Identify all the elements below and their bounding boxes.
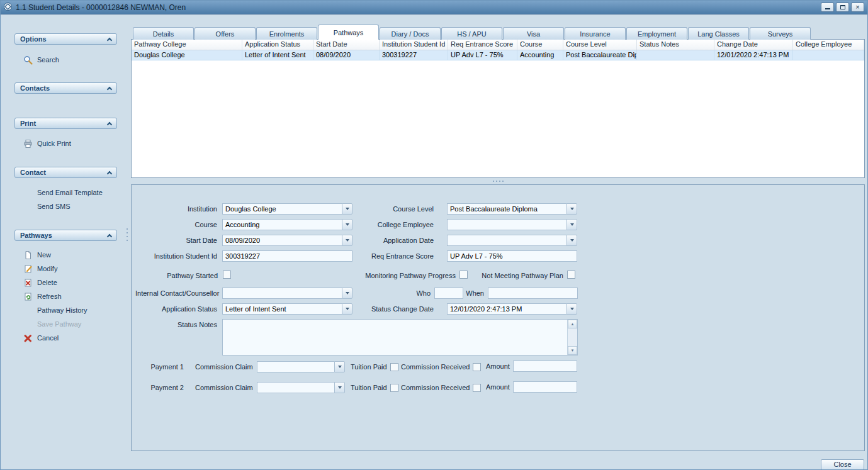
sidebar-group-contacts[interactable]: Contacts: [14, 82, 117, 94]
pathway-started-checkbox[interactable]: [223, 271, 231, 279]
tab-pathways[interactable]: Pathways: [318, 25, 379, 40]
printer-icon: [23, 139, 33, 148]
payment2-tuition-paid-label: Tuition Paid: [351, 384, 387, 391]
sidebar-item-new[interactable]: New: [23, 250, 51, 260]
student-details-window: { "window": { "title": "1.1 Student Deta…: [0, 0, 868, 470]
internal-contact-select[interactable]: [222, 288, 352, 299]
sidebar-group-pathways[interactable]: Pathways: [14, 230, 117, 241]
tab-surveys[interactable]: Surveys: [750, 27, 811, 40]
payment2-commission-received-checkbox[interactable]: [473, 384, 481, 392]
monitoring-pathway-progress-label: Monitoring Pathway Progress: [339, 270, 456, 281]
sidebar-item-delete[interactable]: Delete: [23, 277, 57, 288]
sidebar-item-send-email-template[interactable]: Send Email Template: [37, 187, 103, 198]
chevron-down-icon: [346, 292, 349, 294]
col-header-req-entrance-score[interactable]: Req Entrance Score: [448, 40, 517, 50]
item-label: Quick Print: [37, 140, 71, 147]
close-window-button[interactable]: ×: [851, 3, 864, 12]
institution-student-id-label: Institution Student Id: [135, 250, 217, 262]
horizontal-splitter[interactable]: [131, 179, 865, 184]
col-header-application-status[interactable]: Application Status: [242, 40, 313, 50]
table-row-selected[interactable]: Douglas College Letter of Intent Sent 08…: [132, 50, 864, 60]
col-header-start-date[interactable]: Start Date: [313, 40, 380, 50]
minimize-button[interactable]: [821, 3, 834, 12]
tab-diary-docs[interactable]: Diary / Docs: [380, 27, 441, 40]
who-field[interactable]: [434, 288, 463, 299]
chevron-down-icon: [570, 308, 574, 310]
scroll-up-icon[interactable]: ▲: [568, 320, 577, 328]
tab-offers[interactable]: Offers: [194, 27, 256, 40]
tab-visa[interactable]: Visa: [503, 27, 564, 40]
sidebar-group-options[interactable]: Options: [14, 33, 117, 45]
col-header-status-notes[interactable]: Status Notes: [637, 40, 714, 50]
tab-enrolments[interactable]: Enrolments: [256, 27, 317, 40]
close-icon: ×: [855, 4, 859, 10]
dropdown-button[interactable]: [566, 235, 577, 246]
col-header-course[interactable]: Course: [517, 40, 563, 50]
dropdown-button[interactable]: [566, 219, 577, 230]
status-notes-textarea[interactable]: ▲ ▼: [222, 319, 578, 355]
payment1-tuition-paid-checkbox[interactable]: [390, 363, 398, 371]
dropdown-button[interactable]: [334, 382, 345, 393]
refresh-icon: [23, 292, 33, 301]
item-label: Refresh: [37, 293, 62, 300]
col-header-course-level[interactable]: Course Level: [563, 40, 637, 50]
dropdown-button[interactable]: [566, 203, 577, 215]
college-employee-select[interactable]: [447, 219, 577, 230]
payment1-amount-field[interactable]: [513, 361, 577, 372]
chevron-up-icon: [107, 86, 112, 91]
sidebar-item-quick-print[interactable]: Quick Print: [23, 138, 71, 148]
tab-details[interactable]: Details: [133, 27, 194, 40]
application-date-select[interactable]: [447, 235, 577, 246]
sidebar-item-refresh[interactable]: Refresh: [23, 291, 62, 301]
payment1-commission-received-checkbox[interactable]: [473, 363, 481, 371]
col-header-college-employee[interactable]: College Employee: [793, 40, 864, 50]
payment2-amount-field[interactable]: [513, 381, 577, 393]
payment2-commission-claim-label: Commission Claim: [195, 382, 252, 393]
sidebar-item-save-pathway[interactable]: Save Pathway: [37, 319, 81, 329]
scroll-down-icon[interactable]: ▼: [568, 346, 577, 355]
sidebar-item-send-sms[interactable]: Send SMS: [37, 201, 70, 211]
chevron-up-icon: [107, 171, 112, 176]
dropdown-button[interactable]: [342, 288, 352, 299]
course-level-select[interactable]: Post Baccalaureate Diploma: [447, 203, 577, 215]
status-notes-label: Status Notes: [135, 319, 217, 330]
tab-insurance[interactable]: Insurance: [565, 27, 626, 40]
group-label: Contact: [20, 169, 46, 176]
tab-hs-apu[interactable]: HS / APU: [441, 27, 502, 40]
grid-header-row: Pathway College Application Status Start…: [132, 40, 864, 50]
col-header-institution-student-id[interactable]: Institution Student Id: [380, 40, 448, 50]
dropdown-button[interactable]: [566, 303, 577, 315]
search-icon: [23, 55, 33, 65]
payment1-amount-label: Amount: [486, 362, 510, 370]
title-bar: 1.1 Student Details - 0000012846 NEWMAN,…: [1, 1, 867, 14]
sidebar-item-cancel[interactable]: Cancel: [23, 333, 59, 343]
req-entrance-score-field[interactable]: UP Adv L7 - 75%: [447, 250, 577, 262]
tab-employment[interactable]: Employment: [626, 27, 687, 40]
status-change-date-select[interactable]: 12/01/2020 2:47:13 PM: [447, 303, 577, 315]
not-meeting-pathway-plan-checkbox[interactable]: [567, 271, 575, 279]
cell-institution-student-id: 300319227: [380, 50, 448, 60]
pathways-grid: Pathway College Application Status Start…: [131, 39, 865, 178]
sidebar-group-print[interactable]: Print: [14, 118, 117, 129]
monitoring-pathway-progress-checkbox[interactable]: [459, 271, 468, 279]
when-field[interactable]: [488, 288, 578, 299]
notes-scrollbar[interactable]: ▲ ▼: [567, 320, 577, 355]
sidebar-item-pathway-history[interactable]: Pathway History: [37, 305, 87, 315]
cell-college-employee: [793, 50, 864, 60]
payment1-commission-claim-select[interactable]: [257, 361, 345, 372]
sidebar-item-modify[interactable]: Modify: [23, 264, 57, 274]
sidebar-group-contact[interactable]: Contact: [14, 167, 117, 178]
dropdown-button[interactable]: [334, 361, 345, 372]
payment2-tuition-paid-checkbox[interactable]: [390, 384, 398, 392]
when-label: When: [461, 288, 484, 299]
maximize-button[interactable]: [836, 3, 849, 12]
close-button[interactable]: Close: [821, 459, 864, 470]
cell-req-entrance-score: UP Adv L7 - 75%: [448, 50, 517, 60]
payment2-commission-claim-select[interactable]: [257, 382, 345, 393]
vertical-splitter[interactable]: [127, 228, 128, 241]
col-header-change-date[interactable]: Change Date: [714, 40, 793, 50]
tab-lang-classes[interactable]: Lang Classes: [688, 27, 749, 40]
col-header-pathway-college[interactable]: Pathway College: [132, 40, 242, 50]
sidebar-item-search[interactable]: Search: [23, 55, 59, 65]
item-label: Cancel: [37, 334, 59, 342]
